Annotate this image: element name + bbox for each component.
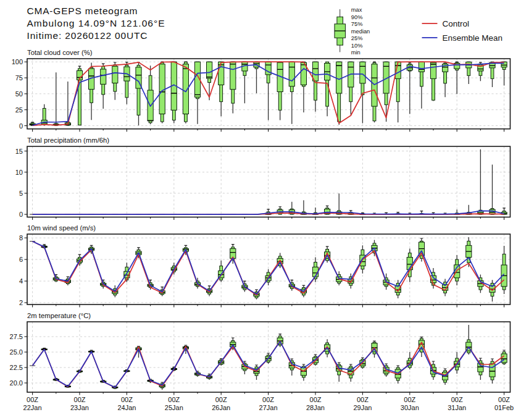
svg-text:00Z: 00Z bbox=[74, 396, 86, 403]
svg-text:2: 2 bbox=[19, 299, 23, 306]
svg-text:20.0: 20.0 bbox=[10, 379, 23, 387]
svg-text:2m temperature (°C): 2m temperature (°C) bbox=[27, 312, 91, 319]
svg-text:00Z: 00Z bbox=[451, 396, 463, 403]
svg-text:Control: Control bbox=[443, 19, 470, 28]
svg-text:Total cloud cover (%): Total cloud cover (%) bbox=[27, 49, 93, 56]
svg-text:25%: 25% bbox=[351, 35, 363, 41]
svg-text:Initime: 20260122 00UTC: Initime: 20260122 00UTC bbox=[27, 30, 148, 41]
svg-text:100: 100 bbox=[12, 58, 23, 65]
svg-text:22Jan: 22Jan bbox=[23, 404, 42, 411]
svg-text:6: 6 bbox=[19, 256, 23, 263]
svg-text:27.5: 27.5 bbox=[10, 333, 23, 340]
svg-text:00Z: 00Z bbox=[404, 396, 415, 403]
svg-text:8: 8 bbox=[19, 234, 23, 242]
svg-text:75%: 75% bbox=[351, 21, 363, 27]
svg-text:00Z: 00Z bbox=[168, 396, 180, 403]
svg-text:00Z: 00Z bbox=[215, 396, 227, 403]
svg-text:29Jan: 29Jan bbox=[353, 404, 372, 411]
svg-text:25.0: 25.0 bbox=[10, 348, 23, 356]
svg-text:00Z: 00Z bbox=[27, 396, 38, 403]
svg-text:24Jan: 24Jan bbox=[117, 404, 136, 411]
svg-text:90%: 90% bbox=[351, 14, 363, 20]
svg-text:30Jan: 30Jan bbox=[401, 404, 419, 411]
svg-text:Ambulong 14.09°N 121.06°E: Ambulong 14.09°N 121.06°E bbox=[27, 18, 165, 28]
svg-text:10: 10 bbox=[15, 169, 23, 176]
svg-text:23Jan: 23Jan bbox=[70, 404, 89, 411]
svg-text:22.5: 22.5 bbox=[10, 364, 23, 371]
svg-text:median: median bbox=[351, 28, 370, 35]
svg-text:01Feb: 01Feb bbox=[494, 404, 514, 411]
svg-text:4: 4 bbox=[19, 277, 23, 285]
svg-text:10m wind speed (m/s): 10m wind speed (m/s) bbox=[27, 224, 96, 232]
svg-text:25Jan: 25Jan bbox=[165, 404, 183, 411]
svg-text:10%: 10% bbox=[351, 43, 363, 49]
svg-text:CMA-GEPS meteogram: CMA-GEPS meteogram bbox=[27, 6, 138, 16]
svg-text:min: min bbox=[351, 49, 361, 56]
svg-text:00Z: 00Z bbox=[310, 396, 322, 403]
svg-text:00Z: 00Z bbox=[262, 396, 274, 403]
svg-text:00Z: 00Z bbox=[498, 396, 510, 403]
svg-text:00Z: 00Z bbox=[357, 396, 369, 403]
svg-text:50: 50 bbox=[15, 90, 23, 98]
svg-text:25: 25 bbox=[15, 106, 23, 114]
svg-text:26Jan: 26Jan bbox=[212, 404, 230, 411]
svg-text:Ensemble Mean: Ensemble Mean bbox=[443, 33, 503, 43]
svg-text:Total precipitation (mm/6h): Total precipitation (mm/6h) bbox=[27, 136, 109, 144]
svg-text:31Jan: 31Jan bbox=[448, 404, 466, 411]
svg-text:0: 0 bbox=[19, 122, 23, 130]
svg-text:28Jan: 28Jan bbox=[306, 404, 325, 411]
svg-text:15: 15 bbox=[15, 148, 23, 155]
svg-text:75: 75 bbox=[15, 74, 23, 82]
svg-text:5: 5 bbox=[19, 190, 23, 197]
svg-text:0: 0 bbox=[19, 211, 23, 218]
svg-text:27Jan: 27Jan bbox=[259, 404, 278, 411]
svg-text:max: max bbox=[351, 7, 362, 13]
svg-text:00Z: 00Z bbox=[121, 396, 133, 403]
